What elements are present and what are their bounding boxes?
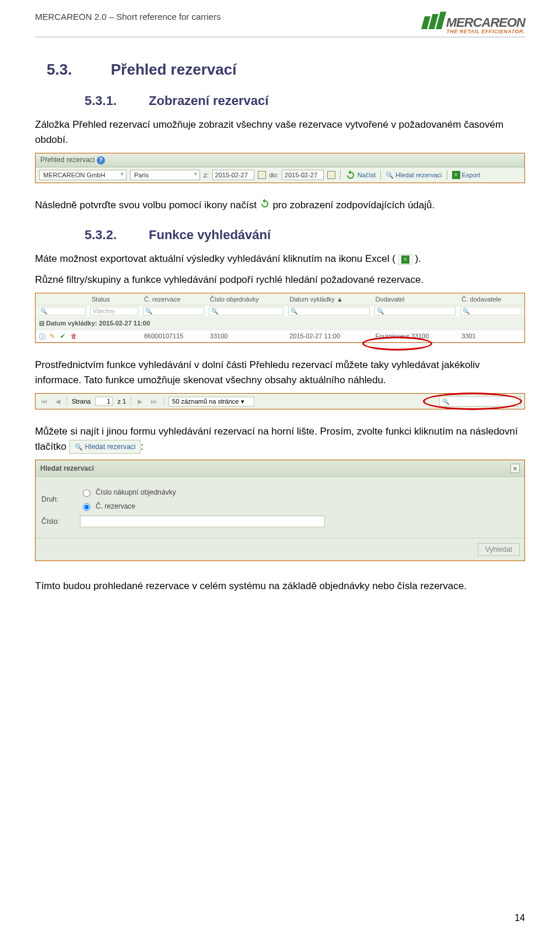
col-rez: Č. rezervace: [141, 293, 206, 306]
excel-icon: X: [398, 254, 412, 265]
radio-option-order[interactable]: Číslo nákupní objednávky: [80, 488, 176, 497]
heading-5-3-2: 5.3.2.Funkce vyhledávání: [85, 227, 525, 243]
paragraph-conclusion: Tímto budou prohledané rezervace v celém…: [35, 579, 525, 594]
paragraph-intro: Záložka Přehled rezervací umožňuje zobra…: [35, 117, 525, 147]
cell-obj: 33100: [206, 330, 286, 342]
location-dropdown[interactable]: Paris: [130, 170, 200, 180]
edit-icon[interactable]: ✎: [50, 332, 57, 339]
row-actions: ⓘ ✎ ✔ 🗑: [39, 332, 85, 339]
pager-search-input[interactable]: 🔍: [439, 396, 521, 407]
to-label: do:: [270, 171, 278, 178]
heading-5-3-1: 5.3.1.Zobrazení rezervací: [85, 93, 525, 108]
screenshot-dialog: Hledat rezervaci × Druh: Číslo nákupní o…: [35, 460, 525, 561]
pager-page-input[interactable]: 1: [95, 397, 113, 406]
col-actions: [36, 293, 88, 306]
refresh-icon: [260, 198, 270, 213]
heading-title: Zobrazení rezervací: [149, 93, 268, 108]
col-supplier-no: Č. dodavatele: [458, 293, 524, 306]
number-label: Číslo:: [41, 517, 71, 526]
delete-icon[interactable]: 🗑: [71, 332, 78, 339]
pager-label: Strana: [72, 398, 90, 405]
cell-rez: 86000107115: [141, 330, 206, 342]
pager-last-icon[interactable]: ⏭: [149, 398, 159, 405]
screenshot-pager: ⏮ ◀ Strana 1 z 1 ▶ ⏭ 50 záznamů na strán…: [35, 393, 525, 409]
check-icon[interactable]: ✔: [60, 332, 67, 339]
cell-supplier-no: 3301: [458, 330, 524, 342]
filter-input[interactable]: 🔍: [288, 307, 369, 316]
pager-of: z 1: [117, 398, 126, 405]
paragraph-top-search: Můžete si najít i jinou formu vyhledáván…: [35, 424, 525, 454]
heading-num: 5.3.: [47, 61, 111, 79]
magnifier-icon: 🔍: [386, 171, 394, 179]
info-icon[interactable]: ⓘ: [39, 332, 46, 339]
page-number: 14: [514, 913, 525, 923]
date-to-input[interactable]: 2015-02-27: [282, 170, 324, 180]
cell-supplier: Fournisseur 33100: [372, 330, 459, 342]
pager-perpage-select[interactable]: 50 záznamů na stránce ▾: [169, 397, 254, 407]
filter-input[interactable]: 🔍: [38, 307, 86, 316]
paragraph-reload: Následně potvrďte svou volbu pomocí ikon…: [35, 198, 525, 213]
dialog-title: Hledat rezervaci: [40, 464, 94, 472]
paragraph-filters: Různé filtry/skupiny a funkce vyhledáván…: [35, 272, 525, 288]
table-row[interactable]: ⓘ ✎ ✔ 🗑 86000107115 33100 2015-02-27 11:…: [36, 330, 524, 342]
refresh-icon: [345, 170, 356, 180]
radio-option-reservation[interactable]: Č. rezervace: [80, 502, 176, 511]
filter-input[interactable]: 🔍: [374, 307, 456, 316]
kind-label: Druh:: [41, 495, 71, 503]
page-header: MERCAREON 2.0 – Short reference for carr…: [35, 12, 525, 37]
reload-button[interactable]: Načíst: [345, 170, 376, 180]
calendar-icon[interactable]: [327, 171, 335, 179]
cell-date: 2015-02-27 11:00: [286, 330, 372, 342]
pager-first-icon[interactable]: ⏮: [39, 398, 49, 405]
logo-subtitle: THE RETAIL EFFICIENATOR.: [423, 29, 525, 34]
export-button[interactable]: X Export: [452, 171, 481, 179]
screenshot-table: Status Č. rezervace Číslo objednávky Dat…: [35, 293, 525, 343]
search-button[interactable]: 🔍 Hledat rezervaci: [386, 171, 442, 179]
doc-title: MERCAREON 2.0 – Short reference for carr…: [35, 12, 220, 22]
company-dropdown[interactable]: MERCAREON GmbH: [39, 170, 127, 180]
help-icon[interactable]: ?: [97, 156, 105, 164]
paragraph-bottom-search: Prostřednictvím funkce vyhledávání v dol…: [35, 358, 525, 387]
logo-text: MERCAREON: [446, 16, 525, 29]
table-group-row[interactable]: ⊟ Datum vykládky: 2015-02-27 11:00: [36, 317, 524, 330]
filter-input[interactable]: 🔍: [209, 307, 284, 316]
excel-icon: X: [452, 171, 460, 179]
magnifier-icon: 🔍: [442, 398, 449, 405]
col-obj: Číslo objednávky: [206, 293, 286, 306]
table-filter-row: 🔍 Všechny 🔍 🔍 🔍 🔍 🔍: [36, 306, 524, 317]
screenshot-toolbar: Přehled rezervaci ? MERCAREON GmbH Paris…: [35, 153, 525, 183]
date-from-input[interactable]: 2015-02-27: [212, 170, 254, 180]
filter-input[interactable]: 🔍: [143, 307, 204, 316]
logo-bars-icon: [423, 12, 444, 29]
panel-title: Přehled rezervaci: [40, 156, 94, 164]
heading-num: 5.3.2.: [85, 227, 149, 243]
magnifier-icon: 🔍: [75, 442, 83, 452]
filter-status-select[interactable]: Všechny: [90, 307, 138, 316]
radio-input[interactable]: [83, 489, 90, 497]
cell-status: [88, 330, 141, 342]
search-reservation-button[interactable]: 🔍 Hledat rezervaci: [69, 440, 141, 454]
heading-title: Funkce vyhledávání: [149, 227, 271, 242]
col-supplier: Dodavatel: [372, 293, 459, 306]
paragraph-export: Máte možnost exportovat aktuální výsledk…: [35, 251, 525, 267]
col-date: Datum vykládky ▲: [286, 293, 372, 306]
heading-num: 5.3.1.: [85, 93, 149, 108]
close-icon[interactable]: ×: [510, 464, 520, 473]
pager-prev-icon[interactable]: ◀: [54, 398, 62, 405]
search-submit-button[interactable]: Vyhledat: [478, 543, 520, 556]
filter-input[interactable]: 🔍: [460, 307, 522, 316]
from-label: z:: [204, 171, 209, 178]
heading-title: Přehled rezervací: [111, 61, 236, 78]
calendar-icon[interactable]: [258, 171, 266, 179]
pager-next-icon[interactable]: ▶: [136, 398, 144, 405]
table-header-row: Status Č. rezervace Číslo objednávky Dat…: [36, 293, 524, 306]
col-status: Status: [88, 293, 141, 306]
radio-input[interactable]: [83, 503, 90, 511]
heading-5-3: 5.3.Přehled rezervací: [47, 61, 525, 79]
number-input[interactable]: [80, 516, 325, 527]
logo: MERCAREON THE RETAIL EFFICIENATOR.: [423, 12, 525, 34]
